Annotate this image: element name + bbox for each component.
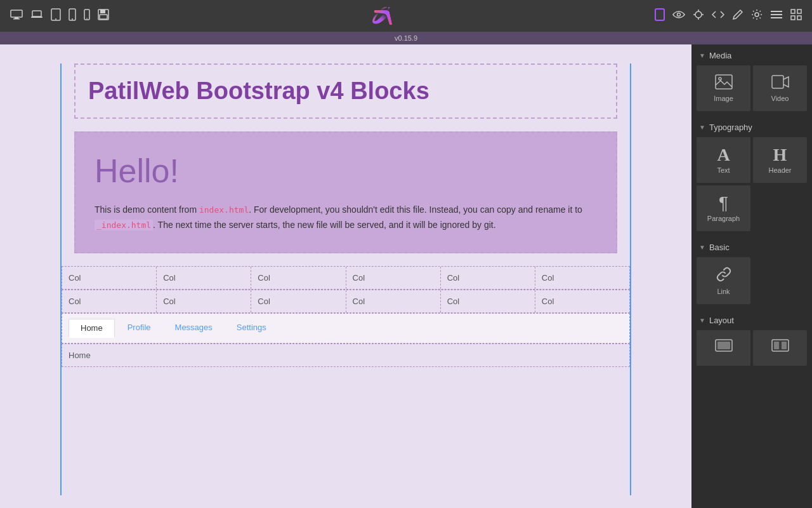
version-text: v0.15.9 — [395, 34, 417, 42]
device-icons — [10, 8, 109, 23]
tab-settings[interactable]: Settings — [225, 319, 278, 338]
col-cell-1-5[interactable]: Col — [441, 267, 535, 289]
pen-icon[interactable] — [732, 9, 743, 23]
demo-text-1: This is demo content from — [95, 204, 199, 215]
media-grid: Image Video — [691, 65, 812, 116]
desktop-icon[interactable] — [10, 10, 23, 22]
header-panel-item[interactable]: H Header — [753, 137, 807, 183]
canvas-container: PatilWeb Bootstrap v4 Blocks Hello! This… — [60, 64, 631, 495]
svg-rect-29 — [716, 75, 732, 89]
col-cell-1-3[interactable]: Col — [251, 267, 346, 289]
col-cell-2-2[interactable]: Col — [157, 290, 251, 312]
svg-rect-25 — [791, 10, 795, 13]
layout-arrow-icon: ▼ — [699, 317, 705, 324]
typography-section-header[interactable]: ▼ Typography — [691, 116, 812, 137]
text-panel-item[interactable]: A Text — [697, 137, 750, 183]
eye-icon[interactable] — [672, 10, 685, 22]
mobile-frame-icon[interactable] — [655, 8, 665, 23]
svg-rect-0 — [11, 10, 22, 17]
text-label: Text — [717, 166, 730, 174]
crosshair-icon[interactable] — [693, 9, 704, 23]
svg-rect-1 — [15, 17, 18, 18]
col-row-1: Col Col Col Col Col Col — [62, 266, 630, 290]
svg-point-10 — [86, 18, 88, 19]
video-panel-item[interactable]: Video — [753, 65, 807, 111]
svg-point-8 — [72, 18, 73, 20]
header-block[interactable]: PatilWeb Bootstrap v4 Blocks — [74, 64, 617, 119]
layout-item-1[interactable] — [697, 330, 750, 366]
paragraph-icon: ¶ — [719, 194, 728, 212]
col-cell-2-5[interactable]: Col — [441, 290, 535, 312]
svg-rect-28 — [797, 16, 801, 20]
tabs-row: Home Profile Messages Settings — [62, 313, 630, 344]
layout-item-2[interactable] — [753, 330, 807, 366]
inline-code-1: index.html — [199, 205, 249, 215]
grid-icon[interactable] — [790, 9, 802, 23]
video-icon — [771, 74, 789, 92]
col-cell-1-2[interactable]: Col — [157, 267, 251, 289]
col-cell-2-3[interactable]: Col — [251, 290, 346, 312]
content-block[interactable]: Hello! This is demo content from index.h… — [74, 131, 617, 253]
paragraph-panel-item[interactable]: ¶ Paragraph — [697, 185, 750, 231]
right-panel: ▼ Media Image Video ▼ Typography — [691, 44, 812, 508]
svg-rect-31 — [772, 76, 783, 88]
col-cell-2-4[interactable]: Col — [346, 290, 441, 312]
svg-point-21 — [755, 13, 759, 17]
version-bar: v0.15.9 — [0, 32, 812, 44]
col-cell-1-6[interactable]: Col — [535, 267, 629, 289]
link-icon — [716, 266, 732, 285]
link-panel-item[interactable]: Link — [697, 257, 750, 304]
svg-rect-3 — [32, 11, 41, 17]
canvas-area: PatilWeb Bootstrap v4 Blocks Hello! This… — [0, 44, 691, 508]
tab-home[interactable]: Home — [69, 319, 115, 338]
svg-rect-33 — [717, 342, 730, 349]
svg-rect-14 — [655, 9, 664, 20]
top-toolbar: 🪃 — [0, 0, 812, 32]
save-icon[interactable] — [98, 9, 109, 23]
typography-grid: A Text H Header ¶ Paragraph — [691, 137, 812, 236]
tablet-icon[interactable] — [51, 8, 61, 23]
layout-grid — [691, 330, 812, 371]
video-label: Video — [771, 95, 789, 102]
demo-paragraph: This is demo content from index.html. Fo… — [95, 203, 597, 233]
app-logo-area: 🪃 — [371, 7, 393, 25]
svg-rect-35 — [774, 342, 779, 349]
media-section-header[interactable]: ▼ Media — [691, 44, 812, 65]
gear-icon[interactable] — [751, 9, 763, 23]
right-toolbar-icons — [655, 8, 802, 23]
svg-rect-27 — [791, 16, 795, 20]
tab-messages[interactable]: Messages — [164, 319, 224, 338]
layout-icon-2 — [771, 339, 789, 354]
code-icon[interactable] — [712, 10, 724, 22]
phone-portrait-icon[interactable] — [69, 8, 76, 23]
svg-point-16 — [695, 11, 702, 18]
svg-rect-26 — [797, 10, 801, 13]
basic-grid: Link — [691, 257, 812, 309]
col-cell-2-1[interactable]: Col — [62, 290, 157, 312]
typography-section-label: Typography — [709, 123, 752, 132]
image-label: Image — [714, 95, 733, 102]
phone-small-icon[interactable] — [84, 9, 90, 23]
svg-point-15 — [678, 13, 681, 17]
col-cell-1-4[interactable]: Col — [346, 267, 441, 289]
link-label: Link — [717, 288, 730, 295]
home-content: Home — [62, 344, 630, 367]
tab-profile[interactable]: Profile — [116, 319, 162, 338]
text-icon: A — [717, 146, 730, 164]
col-cell-2-6[interactable]: Col — [535, 290, 629, 312]
demo-text-3: . The next time the server starts, the n… — [153, 220, 496, 230]
header-icon: H — [773, 146, 787, 164]
image-panel-item[interactable]: Image — [697, 65, 750, 111]
layout-icon-1 — [715, 339, 733, 354]
laptop-icon[interactable] — [30, 10, 43, 22]
layout-section-label: Layout — [709, 316, 734, 325]
col-cell-1-1[interactable]: Col — [62, 267, 157, 289]
basic-arrow-icon: ▼ — [699, 244, 705, 251]
layout-section-header[interactable]: ▼ Layout — [691, 309, 812, 330]
menu-icon[interactable] — [770, 10, 783, 22]
app-logo: 🪃 — [371, 7, 393, 25]
basic-section-header[interactable]: ▼ Basic — [691, 236, 812, 257]
svg-rect-12 — [100, 10, 105, 13]
image-icon — [715, 74, 733, 92]
svg-rect-36 — [782, 342, 787, 349]
